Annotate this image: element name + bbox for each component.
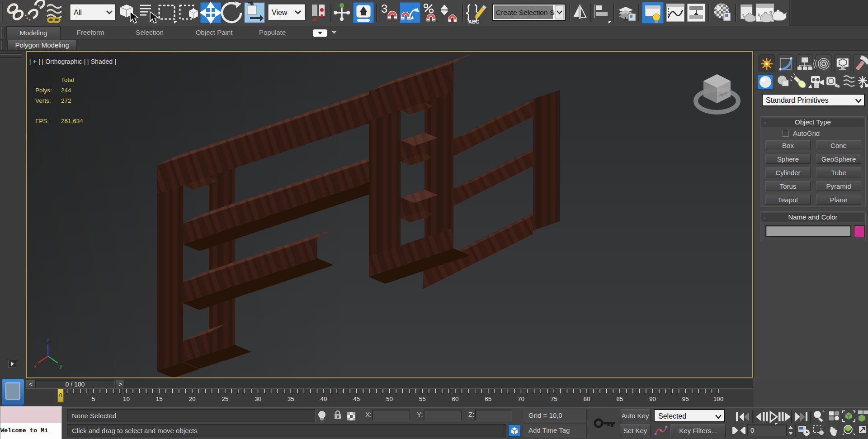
svg-text:All: All [74, 9, 82, 16]
svg-text:272: 272 [61, 97, 71, 104]
svg-text:95: 95 [682, 396, 689, 402]
svg-text:Create Selection Se: Create Selection Se [496, 9, 558, 16]
svg-text:35: 35 [288, 396, 294, 402]
svg-text:[ + ] [ Orthographic ] [ Shade: [ + ] [ Orthographic ] [ Shaded ] [29, 58, 116, 65]
svg-text:70: 70 [518, 396, 524, 402]
svg-text:5: 5 [92, 396, 95, 402]
svg-text:244: 244 [61, 87, 71, 94]
svg-text:80: 80 [583, 396, 590, 402]
svg-text:x: x [34, 363, 37, 369]
svg-text:z: z [47, 338, 49, 343]
svg-text:50: 50 [386, 396, 393, 402]
svg-text:60: 60 [452, 396, 458, 402]
svg-text:261,634: 261,634 [61, 118, 83, 124]
svg-text:25: 25 [222, 396, 228, 402]
svg-text:15: 15 [156, 396, 163, 402]
svg-text:40: 40 [320, 396, 327, 402]
svg-text:10: 10 [123, 396, 130, 402]
svg-text:3: 3 [381, 2, 387, 15]
svg-text:Verts:: Verts: [35, 97, 51, 104]
svg-text:Polys:: Polys: [35, 87, 52, 94]
svg-text:±: ± [822, 409, 825, 414]
svg-text:Total: Total [61, 76, 74, 83]
svg-text:90: 90 [649, 396, 656, 402]
svg-text:100: 100 [713, 396, 724, 402]
svg-text:ABC: ABC [468, 19, 479, 24]
svg-text:View: View [272, 9, 288, 16]
svg-text:30: 30 [255, 396, 261, 402]
svg-text:FPS:: FPS: [35, 118, 49, 124]
svg-text:y: y [60, 363, 62, 369]
svg-text:75: 75 [551, 396, 557, 402]
svg-text:85: 85 [616, 396, 623, 402]
svg-text:45: 45 [353, 396, 360, 402]
svg-text:20: 20 [189, 396, 195, 402]
svg-text:65: 65 [485, 396, 491, 402]
svg-text:55: 55 [419, 396, 426, 402]
